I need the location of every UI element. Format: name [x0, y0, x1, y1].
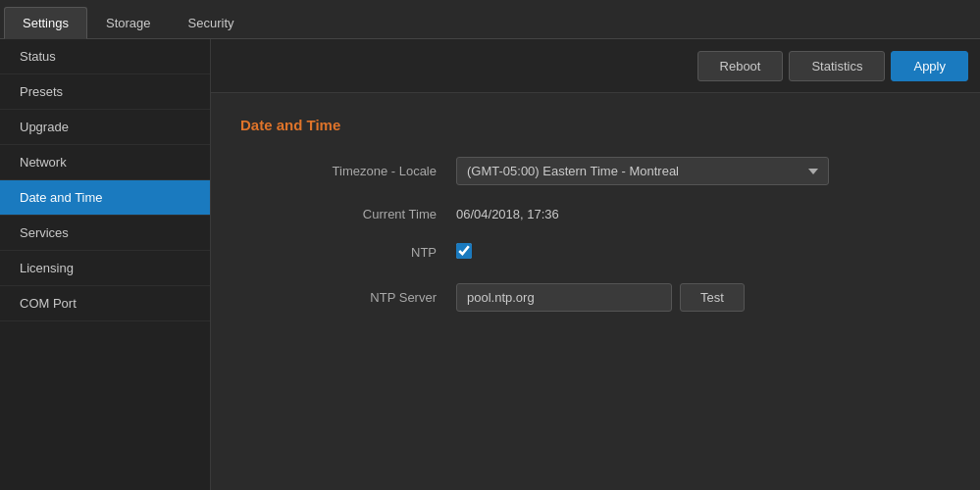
- ntp-server-input[interactable]: [456, 283, 672, 312]
- top-tab-bar: Settings Storage Security: [0, 0, 980, 39]
- current-time-label: Current Time: [240, 207, 456, 221]
- ntp-server-control: Test: [456, 283, 868, 312]
- main-layout: Status Presets Upgrade Network Date and …: [0, 39, 980, 490]
- ntp-checkbox[interactable]: [456, 243, 472, 259]
- current-time-value: 06/04/2018, 17:36: [456, 207, 868, 221]
- tab-security[interactable]: Security: [170, 7, 253, 38]
- ntp-row: NTP: [240, 243, 951, 262]
- tab-settings[interactable]: Settings: [4, 7, 87, 39]
- content-header: Reboot Statistics Apply: [211, 39, 980, 93]
- ntp-server-group: Test: [456, 283, 868, 312]
- sidebar-item-upgrade[interactable]: Upgrade: [0, 110, 210, 145]
- tab-storage[interactable]: Storage: [87, 7, 170, 38]
- sidebar-item-services[interactable]: Services: [0, 216, 210, 251]
- ntp-control: [456, 243, 868, 262]
- sidebar-item-com-port[interactable]: COM Port: [0, 286, 210, 321]
- timezone-control: (GMT-05:00) Eastern Time - Montreal: [456, 157, 868, 185]
- ntp-server-row: NTP Server Test: [240, 283, 951, 312]
- timezone-select[interactable]: (GMT-05:00) Eastern Time - Montreal: [456, 157, 829, 185]
- current-time-display: 06/04/2018, 17:36: [456, 207, 559, 221]
- reboot-button[interactable]: Reboot: [697, 51, 784, 81]
- current-time-row: Current Time 06/04/2018, 17:36: [240, 207, 951, 221]
- sidebar-item-date-and-time[interactable]: Date and Time: [0, 180, 210, 216]
- apply-button[interactable]: Apply: [891, 51, 968, 81]
- content-area: Reboot Statistics Apply Date and Time Ti…: [211, 39, 980, 490]
- ntp-server-label: NTP Server: [240, 290, 456, 305]
- sidebar-item-licensing[interactable]: Licensing: [0, 251, 210, 286]
- sidebar-item-status[interactable]: Status: [0, 39, 210, 74]
- statistics-button[interactable]: Statistics: [789, 51, 885, 81]
- sidebar: Status Presets Upgrade Network Date and …: [0, 39, 211, 490]
- sidebar-item-presets[interactable]: Presets: [0, 74, 210, 110]
- content-body: Date and Time Timezone - Locale (GMT-05:…: [211, 93, 980, 490]
- test-button[interactable]: Test: [680, 283, 745, 312]
- sidebar-item-network[interactable]: Network: [0, 145, 210, 180]
- timezone-label: Timezone - Locale: [240, 164, 456, 178]
- timezone-row: Timezone - Locale (GMT-05:00) Eastern Ti…: [240, 157, 951, 185]
- section-title: Date and Time: [240, 117, 951, 133]
- ntp-label: NTP: [240, 245, 456, 260]
